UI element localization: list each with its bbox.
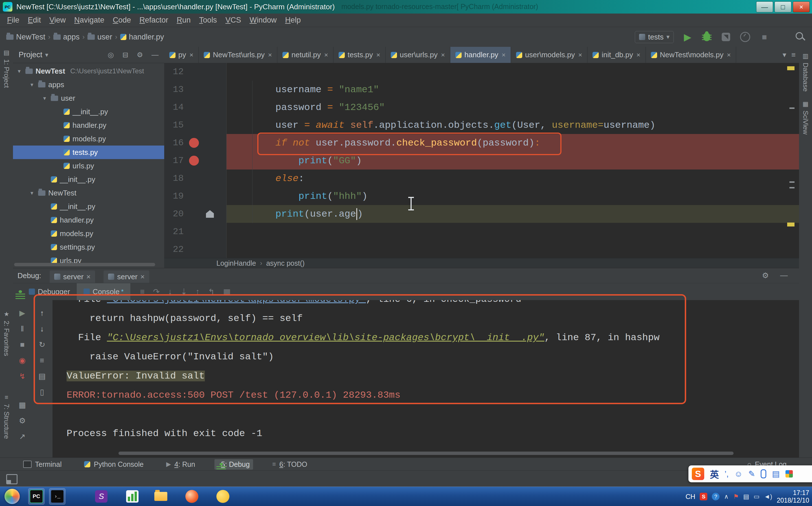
tray-expand-icon[interactable]: ∧ <box>724 493 728 500</box>
tool-tab-console[interactable]: Console* <box>77 283 130 300</box>
close-tab-icon[interactable]: × <box>268 51 272 59</box>
taskbar-yellow-app-icon[interactable] <box>215 488 231 505</box>
breakpoint-icon[interactable] <box>189 138 199 148</box>
tree-item-newtest[interactable]: ▾NewTest <box>13 186 164 200</box>
microphone-icon[interactable] <box>761 469 766 478</box>
step-out-icon[interactable]: ↑ <box>195 287 199 297</box>
code-line-22[interactable]: 22 <box>164 241 799 258</box>
toolbar-button-4--run[interactable]: ▶4: Run <box>163 459 198 470</box>
down-stack-icon[interactable]: ↓ <box>36 323 48 335</box>
scroll-to-end-icon[interactable]: ≡ <box>36 355 48 366</box>
show-execution-point-icon[interactable]: ≡ <box>140 287 145 297</box>
tree-item-apps[interactable]: ▾apps <box>13 78 164 91</box>
emoji-icon[interactable]: ☺ <box>734 469 743 479</box>
code-text[interactable]: else: <box>227 170 799 187</box>
close-tab-icon[interactable]: × <box>637 51 640 59</box>
help-tray-icon[interactable]: ? <box>712 493 720 500</box>
tree-item---init---py[interactable]: __init__.py <box>13 173 164 186</box>
tab-list-icon[interactable]: ≡ <box>791 51 796 59</box>
force-step-into-icon[interactable]: ⇣ <box>180 287 187 297</box>
close-tab-icon[interactable]: × <box>86 272 91 281</box>
close-tab-icon[interactable]: × <box>727 51 731 59</box>
clear-all-icon[interactable]: ▯ <box>36 387 48 398</box>
chevron-down-icon[interactable]: ▾ <box>783 51 786 59</box>
taskbar-terminal-icon[interactable]: ›_ <box>49 488 66 505</box>
stripe-item-1--project[interactable]: ▤1: Project <box>0 49 13 88</box>
editor-breadcrumb-item[interactable]: LoginHandle <box>217 259 256 267</box>
editor-gutter[interactable]: 16 <box>164 134 227 152</box>
close-tab-icon[interactable]: × <box>141 272 145 281</box>
editor-tab-newtest-models-py[interactable]: NewTest\models.py× <box>646 47 736 63</box>
settings-icon[interactable]: ⚙ <box>137 51 143 59</box>
code-line-13[interactable]: 13 username = "name1" <box>164 81 799 98</box>
menu-help[interactable]: Help <box>281 15 305 26</box>
editor-tab-user-urls-py[interactable]: user\urls.py× <box>386 47 450 63</box>
breadcrumb-apps[interactable]: apps <box>53 33 80 41</box>
step-over-icon[interactable]: ↷ <box>153 287 160 297</box>
editor-gutter[interactable]: 21 <box>164 223 227 241</box>
editor-gutter[interactable]: 18 <box>164 170 227 187</box>
ime-tray-language[interactable]: CH <box>685 493 696 501</box>
hide-panel-icon[interactable]: — <box>780 271 788 280</box>
restore-layout-icon[interactable]: ▦ <box>17 399 28 411</box>
stripe-item-database[interactable]: ▥Database <box>799 53 812 92</box>
breadcrumb-handler-py[interactable]: handler.py <box>120 33 164 41</box>
breadcrumb-user[interactable]: user <box>87 33 112 41</box>
ime-toolbox-icon[interactable] <box>786 470 793 478</box>
pin-icon[interactable]: ↗ <box>17 431 28 442</box>
debug-session-tab[interactable]: server× <box>103 270 149 283</box>
editor-breadcrumb-item[interactable]: async post() <box>266 259 305 267</box>
toolbar-button-terminal[interactable]: Terminal <box>20 459 65 470</box>
settings-icon[interactable]: ⚙ <box>762 271 769 280</box>
toolbar-button-python-console[interactable]: Python Console <box>81 459 147 470</box>
tree-item-models-py[interactable]: models.py <box>13 132 164 146</box>
code-line-21[interactable]: 21 <box>164 223 799 241</box>
menu-edit[interactable]: Edit <box>24 15 46 26</box>
project-panel-title[interactable]: Project <box>19 51 42 59</box>
profiler-button[interactable] <box>740 31 750 42</box>
view-threads-icon[interactable]: ▦ <box>223 287 231 297</box>
view-breakpoints-icon[interactable]: ◉ <box>17 355 28 366</box>
code-line-19[interactable]: 19 print("hhh") <box>164 187 799 205</box>
editor-tab-handler-py[interactable]: handler.py× <box>450 47 511 63</box>
print-icon[interactable]: ▤ <box>36 370 48 382</box>
toolbar-button-6--todo[interactable]: ≡6: TODO <box>269 459 311 470</box>
run-button[interactable]: ▶ <box>682 31 693 42</box>
tree-item-handler-py[interactable]: handler.py <box>13 213 164 227</box>
up-stack-icon[interactable]: ↑ <box>36 308 48 319</box>
hide-panel-icon[interactable]: — <box>152 51 159 59</box>
editor-tab-user-models-py[interactable]: user\models.py× <box>511 47 587 63</box>
toolbar-button-5--debug[interactable]: 5: Debug <box>215 459 253 470</box>
editor-gutter[interactable]: 15 <box>164 116 227 134</box>
menu-code[interactable]: Code <box>109 15 136 26</box>
tree-item-newtest[interactable]: ▾NewTestC:\Users\justz1\NewTest <box>13 64 164 78</box>
expand-arrow-icon[interactable]: ▾ <box>41 95 48 101</box>
search-everywhere-icon[interactable] <box>795 31 805 42</box>
code-text[interactable]: print("GG") <box>227 152 799 170</box>
stacktrace-file-link[interactable]: "C:\Users\justz1\Envs\tornado_overview\l… <box>107 332 545 343</box>
pause-icon[interactable]: ‖ <box>17 323 28 335</box>
menu-run[interactable]: Run <box>172 15 195 26</box>
tree-item-user[interactable]: ▾user <box>13 91 164 105</box>
run-to-cursor-icon[interactable]: ↰ <box>208 287 215 297</box>
debug-console-output[interactable]: File "C:\Users\justz1\NewTest\apps\user\… <box>53 300 799 458</box>
ime-language-indicator[interactable]: 英 <box>710 468 719 480</box>
code-line-17[interactable]: 17 print("GG") <box>164 152 799 170</box>
stacktrace-file-link[interactable]: "C:\Users\justz1\NewTest\apps\user\model… <box>107 300 366 305</box>
stop-button[interactable]: ■ <box>759 31 770 42</box>
stripe-item-7--structure[interactable]: ≡7: Structure <box>0 394 13 439</box>
close-tab-icon[interactable]: × <box>441 51 445 59</box>
close-tab-icon[interactable]: × <box>376 51 380 59</box>
taskbar-pycharm-icon[interactable]: PC <box>28 488 45 505</box>
editor-gutter[interactable]: 13 <box>164 81 227 98</box>
taskbar-purple-app-icon[interactable]: S <box>93 488 109 505</box>
sogou-tray-icon[interactable]: S <box>700 493 707 500</box>
taskbar-chart-app-icon[interactable] <box>124 488 141 505</box>
debug-button[interactable] <box>702 31 712 42</box>
toolwindow-layout-icon[interactable] <box>6 474 17 484</box>
editor-tab-newtest-urls-py[interactable]: NewTest\urls.py× <box>198 47 277 63</box>
tree-item---init---py[interactable]: __init__.py <box>13 105 164 118</box>
code-line-18[interactable]: 18 else: <box>164 170 799 187</box>
run-config-select[interactable]: tests ▾ <box>635 31 674 43</box>
mute-breakpoints-icon[interactable]: ↯ <box>17 370 28 382</box>
